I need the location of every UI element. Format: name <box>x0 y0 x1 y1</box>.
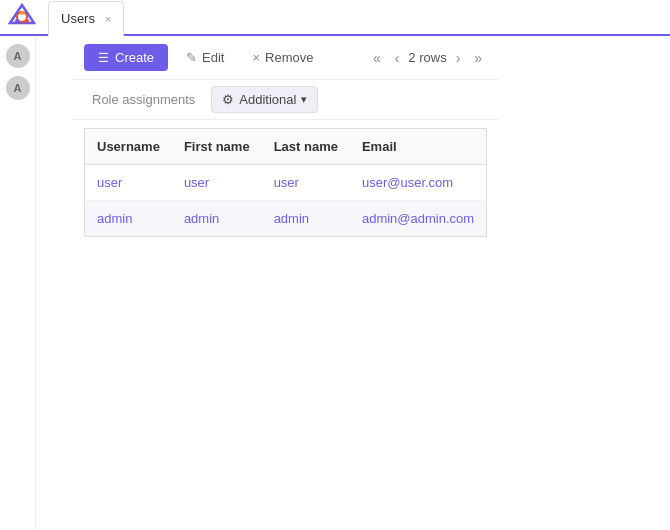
cell-email-0: user@user.com <box>350 165 487 201</box>
toolbar: ☰ Create ✎ Edit × Remove « ‹ 2 rows › » <box>72 36 499 80</box>
svg-point-2 <box>20 11 24 15</box>
users-table: Username First name Last name Email user… <box>84 128 487 237</box>
left-sidebar: A A <box>0 36 36 530</box>
sub-toolbar: Role assignments ⚙ Additional ▾ <box>72 80 499 120</box>
cell-lastName-0: user <box>262 165 350 201</box>
col-email: Email <box>350 129 487 165</box>
sidebar-avatar-a1: A <box>6 44 30 68</box>
remove-button[interactable]: × Remove <box>242 44 323 71</box>
page-prev-button[interactable]: ‹ <box>390 49 405 67</box>
remove-icon: × <box>252 50 260 65</box>
create-icon: ☰ <box>98 51 109 65</box>
cell-username-1: admin <box>85 201 172 237</box>
svg-point-3 <box>15 19 19 23</box>
remove-label: Remove <box>265 50 313 65</box>
header-row: Username First name Last name Email <box>85 129 487 165</box>
cell-firstName-0: user <box>172 165 262 201</box>
tab-users[interactable]: Users × <box>48 1 124 37</box>
tab-close-icon[interactable]: × <box>105 13 111 25</box>
edit-button[interactable]: ✎ Edit <box>176 44 234 71</box>
edit-icon: ✎ <box>186 50 197 65</box>
cell-email-1: admin@admin.com <box>350 201 487 237</box>
create-label: Create <box>115 50 154 65</box>
additional-label: Additional <box>239 92 296 107</box>
col-username: Username <box>85 129 172 165</box>
svg-point-4 <box>25 19 29 23</box>
cell-lastName-1: admin <box>262 201 350 237</box>
row-count: 2 rows <box>408 50 446 65</box>
page-next-button[interactable]: › <box>451 49 466 67</box>
table-row[interactable]: useruseruseruser@user.com <box>85 165 487 201</box>
table-row[interactable]: adminadminadminadmin@admin.com <box>85 201 487 237</box>
col-lastname: Last name <box>262 129 350 165</box>
role-assignments-link[interactable]: Role assignments <box>84 88 203 111</box>
col-firstname: First name <box>172 129 262 165</box>
page-first-button[interactable]: « <box>368 49 386 67</box>
table-container: Username First name Last name Email user… <box>72 120 499 530</box>
table-body: useruseruseruser@user.comadminadminadmin… <box>85 165 487 237</box>
chevron-down-icon: ▾ <box>301 93 307 106</box>
top-bar: Users × <box>0 0 670 36</box>
tab-label: Users <box>61 11 95 26</box>
main-layout: A A ☰ Create ✎ Edit × Remove « ‹ <box>0 36 670 530</box>
create-button[interactable]: ☰ Create <box>84 44 168 71</box>
role-assignments-label: Role assignments <box>92 92 195 107</box>
content-area: ☰ Create ✎ Edit × Remove « ‹ 2 rows › » <box>72 36 499 530</box>
page-last-button[interactable]: » <box>469 49 487 67</box>
cell-firstName-1: admin <box>172 201 262 237</box>
app-logo <box>8 3 36 31</box>
table-header: Username First name Last name Email <box>85 129 487 165</box>
pagination: « ‹ 2 rows › » <box>368 49 487 67</box>
edit-label: Edit <box>202 50 224 65</box>
cell-username-0: user <box>85 165 172 201</box>
additional-button[interactable]: ⚙ Additional ▾ <box>211 86 318 113</box>
gear-icon: ⚙ <box>222 92 234 107</box>
sidebar-avatar-a2: A <box>6 76 30 100</box>
